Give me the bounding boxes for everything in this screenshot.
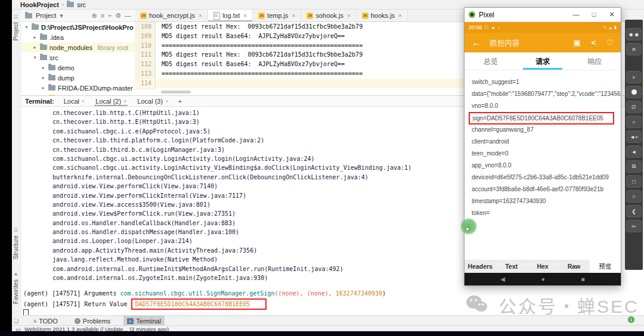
- tab-sohook-js[interactable]: JS sohook.js ×: [301, 10, 356, 21]
- rotate-icon[interactable]: ⧉: [626, 160, 642, 173]
- tab-request[interactable]: 请求: [516, 52, 568, 70]
- close-icon[interactable]: ×: [82, 98, 85, 104]
- chevron-right-icon[interactable]: ▸: [41, 75, 46, 80]
- problems-button[interactable]: ! Problems: [71, 316, 114, 326]
- nav-recents-icon[interactable]: ■: [581, 276, 585, 282]
- problems-label: Problems: [83, 318, 110, 325]
- tree-row[interactable]: ▸ FRIDA-DEXDump-master: [21, 83, 135, 93]
- request-params-list[interactable]: switch_suggest=1 data={"mobile":"1596807…: [465, 70, 621, 260]
- new-terminal-icon[interactable]: +: [178, 98, 181, 105]
- line-number: 112: [135, 60, 155, 69]
- fullscreen-icon[interactable]: ✛: [626, 43, 642, 55]
- tree-label: .idea: [49, 34, 64, 41]
- back-icon[interactable]: ←: [472, 38, 481, 48]
- tab-hex[interactable]: Hex: [527, 260, 558, 273]
- icon-glyph: ○: [632, 119, 635, 125]
- terminal-tab-local-3[interactable]: Local (3) ×: [136, 96, 169, 106]
- tab-hook-encrypt-js[interactable]: JS hook_encrypt.js ×: [135, 10, 208, 21]
- terminal-tab-local[interactable]: Local ×: [63, 96, 86, 106]
- battery-icon: ▮: [614, 25, 617, 30]
- close-button[interactable]: ✕: [603, 11, 621, 18]
- tab-response[interactable]: 响应: [569, 52, 621, 70]
- emulator-title-bar[interactable]: Pixel — □ ✕: [465, 8, 621, 22]
- save-icon[interactable]: ▣: [573, 38, 580, 47]
- nav-back-icon[interactable]: ◀: [500, 276, 505, 282]
- tab-headers[interactable]: Headers: [465, 260, 496, 273]
- breadcrumb-project[interactable]: HookProject: [20, 1, 59, 8]
- tree-row[interactable]: ▾ src: [21, 52, 135, 63]
- power-icon[interactable]: ○: [626, 116, 642, 128]
- close-icon[interactable]: ×: [243, 13, 247, 19]
- tab-label: Local (2): [95, 98, 121, 105]
- panel-icon[interactable]: ❏: [14, 318, 18, 324]
- hide-panel-icon[interactable]: —: [125, 12, 131, 19]
- tab-log-txt[interactable]: log.txt ×: [208, 10, 253, 21]
- screenshot-scissors-icon[interactable]: ✂: [626, 220, 642, 232]
- data-saver-icon: ◔: [497, 26, 500, 30]
- close-icon[interactable]: ×: [165, 98, 168, 104]
- close-icon[interactable]: ×: [292, 13, 296, 19]
- stripe-project-button[interactable]: Project ☷: [13, 14, 19, 41]
- expand-all-icon[interactable]: ≡: [101, 12, 104, 19]
- android-status-bar: 20:56 ▢ ◄ ◔ ∿ ▲ ▮: [465, 22, 621, 33]
- param-row-sign-highlight: sign=DAD57F8E5D180C64A3AB0C6078B1EE05: [472, 112, 621, 124]
- chevron-down-icon[interactable]: ▾: [32, 55, 38, 60]
- tab-label: hook_encrypt.js: [149, 12, 195, 19]
- volume-up-icon[interactable]: ◄»: [626, 130, 642, 143]
- icon-glyph: ○: [632, 194, 635, 200]
- chevron-down-icon[interactable]: ▾: [24, 24, 29, 30]
- line-number: 110: [135, 41, 155, 51]
- tree-row[interactable]: ▸ node_modules library root: [21, 42, 135, 52]
- gear-icon[interactable]: ⚙: [115, 12, 121, 20]
- tab-hooks-js[interactable]: JS hooks.js ×: [357, 10, 408, 21]
- todo-label: TODO: [39, 318, 58, 325]
- location-icon[interactable]: ○: [626, 190, 642, 203]
- group-icon[interactable]: ☻☻: [626, 28, 642, 41]
- tab-raw[interactable]: Raw: [558, 260, 589, 273]
- param-row: app_vno=8.0.0: [472, 160, 621, 172]
- chevron-right-icon[interactable]: ▸: [32, 35, 38, 40]
- share-icon[interactable]: <: [592, 38, 596, 47]
- favorite-icon[interactable]: ♡: [606, 38, 614, 47]
- tree-label: src: [49, 54, 58, 61]
- chevron-right-icon[interactable]: ▸: [41, 85, 46, 91]
- hide-window-icon[interactable]: ∅: [626, 101, 642, 113]
- tree-row[interactable]: ▾ D:\Project\JSProject\HookPro: [21, 22, 135, 32]
- close-icon[interactable]: ×: [347, 13, 351, 19]
- tree-row[interactable]: ▸ .idea: [21, 32, 135, 42]
- tree-row[interactable]: ▸ dump: [21, 73, 135, 83]
- stripe-favorites-button[interactable]: Favorites ★: [13, 272, 19, 304]
- terminal-button[interactable]: ▸ Terminal: [123, 316, 165, 326]
- close-icon[interactable]: ×: [398, 13, 402, 19]
- tab-temp-js[interactable]: JS temp.js ×: [253, 10, 301, 21]
- dropdown-icon[interactable]: ▾: [60, 12, 63, 20]
- nav-home-icon[interactable]: ●: [541, 276, 545, 282]
- tree-label: FRIDA-DEXDump-master: [58, 85, 133, 92]
- close-icon[interactable]: ×: [199, 13, 202, 19]
- tab-text[interactable]: Text: [496, 260, 527, 273]
- project-panel-title[interactable]: Project: [36, 12, 56, 19]
- collapse-toolbar-icon[interactable]: »: [626, 71, 642, 83]
- back-icon[interactable]: ❮: [626, 205, 642, 217]
- tab-overview[interactable]: 总览: [465, 52, 516, 70]
- horizontal-scrollbar[interactable]: [161, 91, 191, 94]
- locate-icon[interactable]: ⊕: [91, 12, 97, 20]
- chevron-right-icon[interactable]: ▸: [32, 45, 38, 50]
- close-icon[interactable]: ×: [123, 98, 126, 104]
- maximize-button[interactable]: □: [585, 11, 603, 18]
- record-icon[interactable]: ●: [626, 86, 642, 98]
- tether-icon: ∿: [603, 25, 606, 30]
- tree-row[interactable]: ▸ demo: [21, 63, 135, 73]
- return-value-highlight: DAD57F8E5D180C64A3AB0C6078B1EE05: [131, 298, 267, 310]
- terminal-tab-local-2[interactable]: Local (2) ×: [94, 96, 128, 106]
- todo-button[interactable]: ≡ TODO: [30, 316, 61, 326]
- breadcrumb-path[interactable]: src: [77, 1, 86, 8]
- collapse-all-icon[interactable]: ÷: [108, 12, 112, 19]
- minimize-button[interactable]: —: [567, 11, 585, 18]
- tab-preview[interactable]: 预览: [590, 260, 621, 273]
- js-file-icon: JS: [362, 13, 369, 19]
- stripe-structure-button[interactable]: Structure ☷: [13, 228, 19, 260]
- chevron-right-icon[interactable]: ▸: [41, 65, 46, 70]
- shake-icon[interactable]: □: [626, 175, 642, 188]
- volume-down-icon[interactable]: ◄: [626, 145, 642, 158]
